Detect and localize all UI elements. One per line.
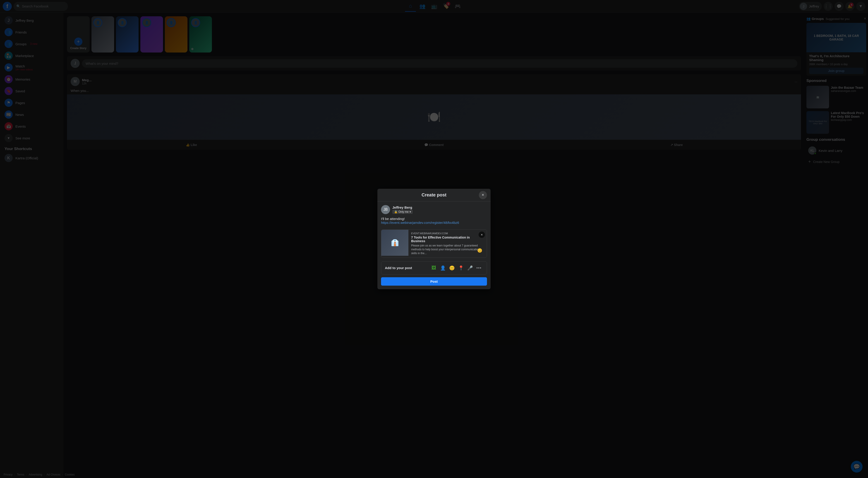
add-to-post-icons: 🖼 👤 😊 📍 🎤 ••• xyxy=(430,264,483,272)
modal-body: JB Jeffrey Berg 🔒 Only me ▾ I'll be atte… xyxy=(377,201,491,289)
add-more-button[interactable]: ••• xyxy=(475,264,483,272)
modal-overlay[interactable]: Create post × JB Jeffrey Berg 🔒 Only me … xyxy=(0,0,868,478)
add-to-post-row: Add to your post 🖼 👤 😊 📍 🎤 ••• xyxy=(381,261,487,275)
add-location-button[interactable]: 📍 xyxy=(457,264,465,272)
create-post-modal: Create post × JB Jeffrey Berg 🔒 Only me … xyxy=(377,189,491,289)
emoji-picker-button[interactable]: 😊 xyxy=(476,247,483,254)
link-preview-domain: EVENT.WEBINARJAMDEV.COM xyxy=(411,232,484,235)
post-user-row: JB Jeffrey Berg 🔒 Only me ▾ xyxy=(381,205,487,214)
link-preview-image: 👔 xyxy=(381,230,408,256)
add-emoji-button[interactable]: 😊 xyxy=(448,264,456,272)
privacy-label: Only me xyxy=(399,210,409,214)
lock-icon: 🔒 xyxy=(394,210,398,214)
modal-header: Create post × xyxy=(377,189,491,201)
post-text-content: I'll be attending! https://event.webinar… xyxy=(381,217,487,228)
modal-title: Create post xyxy=(422,192,446,198)
post-user-name: Jeffrey Berg xyxy=(392,205,413,209)
modal-close-button[interactable]: × xyxy=(479,191,487,199)
add-to-post-label: Add to your post xyxy=(385,266,412,270)
add-mic-button[interactable]: 🎤 xyxy=(466,264,474,272)
add-tag-button[interactable]: 👤 xyxy=(439,264,447,272)
post-submit-button[interactable]: Post xyxy=(381,277,487,286)
privacy-selector[interactable]: 🔒 Only me ▾ xyxy=(392,210,413,214)
link-preview-title: 7 Tools for Effective Communication in B… xyxy=(411,235,484,243)
link-preview-content: EVENT.WEBINARJAMDEV.COM 7 Tools for Effe… xyxy=(408,230,487,257)
chevron-down-privacy-icon: ▾ xyxy=(409,210,411,214)
post-user-avatar: JB xyxy=(381,205,390,214)
link-preview-description: Please join us as we learn together abou… xyxy=(411,244,484,255)
link-preview-card: 👔 EVENT.WEBINARJAMDEV.COM 7 Tools for Ef… xyxy=(381,229,487,258)
post-user-details: Jeffrey Berg 🔒 Only me ▾ xyxy=(392,205,413,214)
post-content-area: 👔 EVENT.WEBINARJAMDEV.COM 7 Tools for Ef… xyxy=(381,229,487,258)
post-link[interactable]: https://event.webinarjamdev.com/register… xyxy=(381,221,459,224)
post-text: I'll be attending! xyxy=(381,217,487,221)
add-photo-button[interactable]: 🖼 xyxy=(430,264,438,272)
